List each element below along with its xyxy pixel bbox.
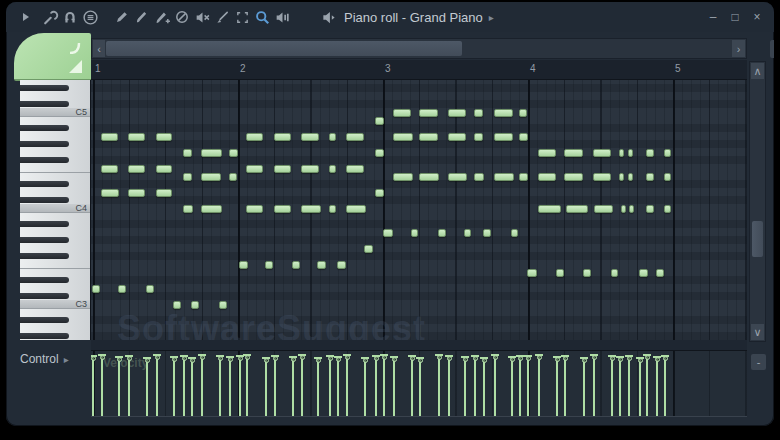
velocity-stem[interactable]	[146, 357, 148, 417]
midi-note-G4[interactable]	[646, 149, 654, 157]
midi-note-E3[interactable]	[639, 269, 648, 277]
velocity-stem[interactable]	[628, 355, 630, 417]
velocity-handle[interactable]	[392, 357, 397, 362]
midi-note-A3[interactable]	[438, 229, 446, 237]
velocity-handle[interactable]	[627, 356, 632, 361]
black-key-As2[interactable]	[20, 317, 69, 323]
velocity-stem[interactable]	[619, 356, 621, 417]
midi-note-E4[interactable]	[494, 173, 514, 181]
midi-note-A3[interactable]	[464, 229, 471, 237]
midi-note-G4[interactable]	[229, 149, 238, 157]
velocity-stem[interactable]	[101, 354, 103, 417]
midi-note-C4[interactable]	[646, 205, 654, 213]
midi-note-C4[interactable]	[183, 205, 193, 213]
velocity-stem[interactable]	[375, 355, 377, 417]
velocity-handle[interactable]	[245, 355, 250, 360]
midi-note-E4[interactable]	[393, 173, 413, 181]
velocity-handle[interactable]	[182, 356, 187, 361]
velocity-stem[interactable]	[483, 357, 485, 417]
velocity-lane[interactable]: Velocity	[91, 350, 747, 417]
velocity-handle[interactable]	[374, 356, 379, 361]
midi-note-F3[interactable]	[292, 261, 300, 269]
velocity-stem[interactable]	[556, 356, 558, 417]
velocity-stem[interactable]	[183, 355, 185, 417]
midi-note-G4[interactable]	[183, 149, 192, 157]
midi-note-F4[interactable]	[329, 165, 336, 173]
midi-note-C4[interactable]	[346, 205, 366, 213]
midi-note-A3[interactable]	[383, 229, 393, 237]
midi-note-C4[interactable]	[594, 205, 613, 213]
velocity-handle[interactable]	[447, 356, 452, 361]
midi-note-A4[interactable]	[419, 133, 438, 141]
velocity-handle[interactable]	[638, 358, 643, 363]
velocity-stem[interactable]	[411, 355, 413, 417]
velocity-handle[interactable]	[238, 356, 243, 361]
velocity-handle[interactable]	[218, 356, 223, 361]
black-key-Cs5[interactable]	[20, 101, 69, 107]
velocity-handle[interactable]	[563, 356, 568, 361]
piano-keyboard[interactable]: C5C4C3	[20, 80, 91, 340]
midi-note-C5[interactable]	[519, 109, 527, 117]
velocity-stem[interactable]	[438, 354, 440, 417]
midi-note-E4[interactable]	[593, 173, 611, 181]
scroll-right-button[interactable]: ›	[732, 40, 745, 57]
midi-note-A3[interactable]	[483, 229, 491, 237]
midi-note-C3[interactable]	[191, 301, 199, 309]
midi-note-C4[interactable]	[329, 205, 336, 213]
midi-note-D4[interactable]	[375, 189, 384, 197]
velocity-handle[interactable]	[328, 356, 333, 361]
velocity-stem[interactable]	[229, 356, 231, 417]
velocity-handle[interactable]	[410, 356, 415, 361]
velocity-handle[interactable]	[382, 355, 387, 360]
midi-note-D3[interactable]	[92, 285, 100, 293]
velocity-stem[interactable]	[239, 355, 241, 417]
midi-note-C5[interactable]	[393, 109, 411, 117]
velocity-stem[interactable]	[656, 356, 658, 417]
velocity-stem[interactable]	[301, 354, 303, 417]
c-key-C4[interactable]: C4	[20, 204, 91, 212]
midi-note-A3[interactable]	[511, 229, 518, 237]
midi-note-F3[interactable]	[265, 261, 273, 269]
midi-note-E3[interactable]	[556, 269, 564, 277]
velocity-stem[interactable]	[393, 356, 395, 417]
velocity-stem[interactable]	[664, 355, 666, 417]
velocity-stem[interactable]	[317, 357, 319, 417]
velocity-stem[interactable]	[611, 355, 613, 417]
velocity-stem[interactable]	[464, 356, 466, 417]
midi-note-C4[interactable]	[664, 205, 671, 213]
menu-icon[interactable]	[80, 7, 100, 27]
close-button[interactable]: ×	[748, 8, 766, 26]
velocity-handle[interactable]	[482, 358, 487, 363]
midi-note-G4[interactable]	[375, 149, 384, 157]
velocity-handle[interactable]	[526, 356, 531, 361]
velocity-handle[interactable]	[510, 357, 515, 362]
velocity-handle[interactable]	[100, 355, 105, 360]
midi-note-A4[interactable]	[519, 133, 528, 141]
black-key-As4[interactable]	[20, 125, 69, 131]
velocity-handle[interactable]	[190, 358, 195, 363]
minimize-button[interactable]: ‒	[704, 8, 722, 26]
midi-note-E4[interactable]	[183, 173, 192, 181]
midi-note-F3[interactable]	[337, 261, 346, 269]
midi-note-D3[interactable]	[118, 285, 126, 293]
velocity-handle[interactable]	[127, 356, 132, 361]
playback-icon[interactable]	[272, 7, 292, 27]
midi-note-A4[interactable]	[474, 133, 483, 141]
black-key-Ds3[interactable]	[20, 277, 69, 283]
mute-icon[interactable]	[192, 7, 212, 27]
velocity-handle[interactable]	[363, 358, 368, 363]
velocity-handle[interactable]	[493, 355, 498, 360]
midi-note-E4[interactable]	[474, 173, 484, 181]
velocity-stem[interactable]	[201, 354, 203, 417]
timeline-options-button[interactable]: ·	[770, 40, 774, 58]
midi-note-A4[interactable]	[448, 133, 466, 141]
velocity-handle[interactable]	[300, 355, 305, 360]
midi-note-G4[interactable]	[619, 149, 624, 157]
midi-note-C4[interactable]	[621, 205, 626, 213]
velocity-handle[interactable]	[473, 356, 478, 361]
magnet-icon[interactable]	[60, 7, 80, 27]
midi-note-F4[interactable]	[274, 165, 291, 173]
velocity-stem[interactable]	[538, 354, 540, 417]
midi-note-F4[interactable]	[128, 165, 145, 173]
black-key-Gs3[interactable]	[20, 237, 69, 243]
